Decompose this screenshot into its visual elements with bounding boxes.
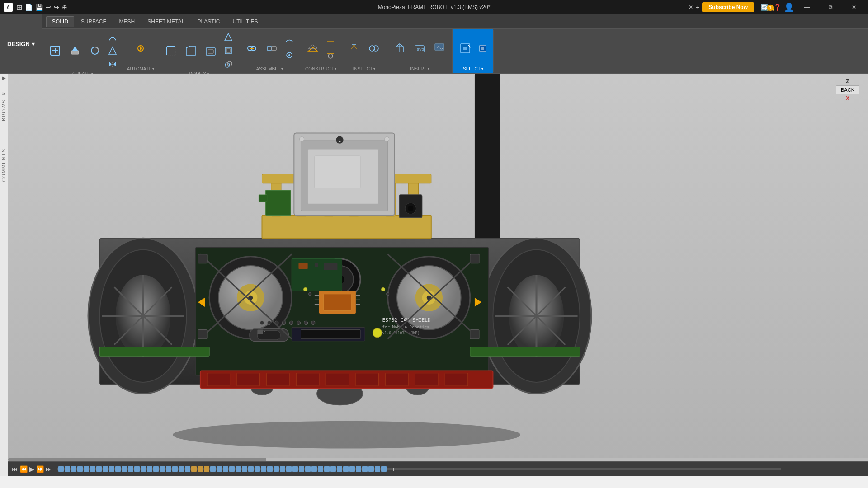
svg-rect-154 xyxy=(386,373,409,386)
h-scrollbar[interactable] xyxy=(8,458,868,461)
insert-mesh-button[interactable] xyxy=(391,35,409,62)
save-icon[interactable]: 💾 xyxy=(35,4,43,11)
design-area: DESIGN ▾ SOLID SURFACE MESH SHEET METAL … xyxy=(0,14,868,73)
midplane-button[interactable] xyxy=(324,35,337,48)
svg-rect-200 xyxy=(147,466,152,472)
nav-cube: Z BACK X xyxy=(832,78,863,101)
automate-button[interactable] xyxy=(132,35,150,62)
minimize-button[interactable]: — xyxy=(797,0,817,14)
svg-text:SVG: SVG xyxy=(417,47,425,52)
svg-rect-148 xyxy=(207,373,230,386)
browser-label[interactable]: BROWSER xyxy=(1,91,6,121)
extrude-button[interactable] xyxy=(66,37,84,64)
play-last-button[interactable]: ⏭ xyxy=(46,465,52,473)
revolve-button[interactable] xyxy=(86,37,104,64)
svg-marker-9 xyxy=(113,61,116,67)
close-button[interactable]: ✕ xyxy=(844,0,864,14)
svg-point-47 xyxy=(173,421,520,449)
h-scrollbar-thumb[interactable] xyxy=(8,458,266,461)
help-icon[interactable]: ❓ xyxy=(774,4,781,11)
interference-button[interactable] xyxy=(365,35,383,62)
chamfer-button[interactable] xyxy=(182,37,200,64)
svg-rect-193 xyxy=(103,466,108,472)
select-box-button[interactable] xyxy=(456,35,474,62)
close-tab-icon[interactable]: ✕ xyxy=(689,4,693,10)
svg-text:S: S xyxy=(264,331,266,335)
design-button[interactable]: DESIGN ▾ xyxy=(0,14,42,73)
measure-button[interactable] xyxy=(345,35,363,62)
svg-rect-190 xyxy=(84,466,89,472)
svg-rect-195 xyxy=(115,466,121,472)
insert-svg-button[interactable]: SVG xyxy=(410,35,429,62)
svg-rect-155 xyxy=(415,373,438,386)
svg-rect-45 xyxy=(481,47,484,50)
subscribe-button[interactable]: Subscribe Now xyxy=(702,2,754,12)
play-first-button[interactable]: ⏮ xyxy=(12,465,18,473)
create-group: CREATE ▾ xyxy=(42,29,123,73)
restore-button[interactable]: ⧉ xyxy=(820,0,841,14)
file-icon[interactable]: 📄 xyxy=(25,4,33,11)
grid-menu-icon[interactable]: ⊞ xyxy=(16,3,22,12)
svg-rect-213 xyxy=(229,466,235,472)
tab-utilities[interactable]: UTILITIES xyxy=(226,16,264,27)
new-tab-icon[interactable]: + xyxy=(696,4,699,11)
tab-solid[interactable]: SOLID xyxy=(46,16,74,27)
svg-rect-210 xyxy=(210,466,216,472)
drive-button[interactable] xyxy=(283,49,296,61)
svg-text:for Mobile Robotics: for Mobile Robotics xyxy=(382,325,429,329)
svg-marker-26 xyxy=(308,47,317,51)
viewport[interactable]: ESP32_CAM SHIELD for Mobile Robotics v1.… xyxy=(8,74,868,476)
svg-point-116 xyxy=(387,293,389,296)
svg-rect-22 xyxy=(272,47,276,50)
draft-button[interactable] xyxy=(222,31,235,43)
svg-rect-202 xyxy=(160,466,165,472)
title-bar: A ⊞ 📄 💾 ↩ ↪ ⊕ MonoPieza_FRAME ROBOT_v1.3… xyxy=(0,0,868,14)
play-pause-button[interactable]: ▶ xyxy=(29,465,34,473)
svg-rect-123 xyxy=(262,216,431,239)
new-component-button[interactable] xyxy=(46,37,64,64)
comments-label[interactable]: COMMENTS xyxy=(1,148,6,182)
play-next-button[interactable]: ⏩ xyxy=(36,465,44,473)
svg-rect-224 xyxy=(299,466,304,472)
svg-point-96 xyxy=(268,321,271,324)
tab-sheet-metal[interactable]: SHEET METAL xyxy=(142,16,190,27)
redo-icon[interactable]: ↪ xyxy=(54,4,59,11)
scale-button[interactable] xyxy=(222,44,235,57)
shell-button[interactable] xyxy=(202,37,220,64)
combine-button[interactable] xyxy=(222,58,235,70)
svg-point-95 xyxy=(260,321,264,324)
svg-rect-206 xyxy=(185,466,190,472)
svg-rect-108 xyxy=(301,330,360,339)
loft-button[interactable] xyxy=(106,44,119,57)
svg-rect-187 xyxy=(65,466,70,472)
more-icon[interactable]: ⊕ xyxy=(62,4,67,11)
select-paint-button[interactable] xyxy=(476,42,490,55)
mirror-button[interactable] xyxy=(106,58,119,70)
svg-point-115 xyxy=(382,287,385,291)
svg-rect-234 xyxy=(362,466,368,472)
svg-rect-198 xyxy=(134,466,140,472)
decal-button[interactable] xyxy=(430,35,448,62)
undo-icon[interactable]: ↩ xyxy=(46,4,51,11)
play-prev-button[interactable]: ⏪ xyxy=(20,465,28,473)
svg-point-102 xyxy=(311,321,315,324)
joint-button[interactable] xyxy=(243,35,261,62)
as-built-joint-button[interactable] xyxy=(263,35,281,62)
tab-plastic[interactable]: PLASTIC xyxy=(191,16,226,27)
tab-surface[interactable]: SURFACE xyxy=(75,16,113,27)
sweep-button[interactable] xyxy=(106,31,119,43)
svg-marker-6 xyxy=(109,47,116,54)
svg-rect-196 xyxy=(122,466,127,472)
svg-rect-191 xyxy=(90,466,95,472)
motion-link-button[interactable] xyxy=(283,35,296,48)
svg-rect-229 xyxy=(330,466,336,472)
tangent-plane-button[interactable] xyxy=(324,49,337,61)
fillet-button[interactable] xyxy=(162,37,180,64)
svg-rect-186 xyxy=(58,466,64,472)
svg-rect-83 xyxy=(324,294,351,310)
user-icon[interactable]: 👤 xyxy=(784,2,794,12)
offset-plane-button[interactable] xyxy=(304,35,322,62)
back-button[interactable]: BACK xyxy=(836,85,859,94)
tab-mesh[interactable]: MESH xyxy=(113,16,141,27)
left-panel-toggle[interactable]: ▶ xyxy=(2,75,6,80)
